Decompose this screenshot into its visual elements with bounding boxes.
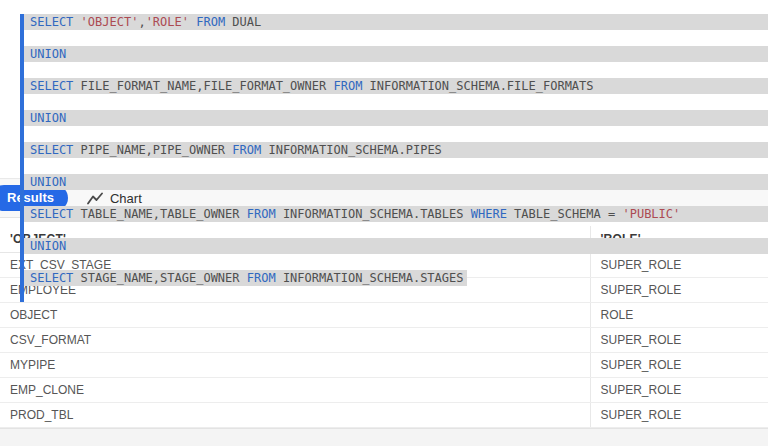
- table-row[interactable]: CSV_FORMATSUPER_ROLE: [0, 327, 768, 352]
- cell-object[interactable]: MYPIPE: [0, 352, 590, 377]
- sql-line-2: UNION: [24, 46, 768, 62]
- table-row[interactable]: PROD_TBLSUPER_ROLE: [0, 402, 768, 427]
- table-row[interactable]: MYPIPESUPER_ROLE: [0, 352, 768, 377]
- sql-line-6: UNION: [24, 174, 768, 190]
- sql-code[interactable]: SELECT 'OBJECT','ROLE' FROM DUAL UNION S…: [20, 14, 768, 302]
- cell-object[interactable]: EMP_CLONE: [0, 377, 590, 402]
- sql-line-8: UNION: [24, 238, 768, 254]
- cell-role[interactable]: SUPER_ROLE: [590, 327, 768, 352]
- sql-worksheet: SELECT 'OBJECT','ROLE' FROM DUAL UNION S…: [0, 0, 768, 446]
- cell-object[interactable]: OBJECT: [0, 302, 590, 327]
- cell-role[interactable]: SUPER_ROLE: [590, 402, 768, 427]
- sql-editor[interactable]: SELECT 'OBJECT','ROLE' FROM DUAL UNION S…: [0, 0, 768, 178]
- status-bar: [0, 428, 768, 446]
- sql-line-1: SELECT 'OBJECT','ROLE' FROM DUAL: [24, 14, 768, 30]
- table-row[interactable]: EMP_CLONESUPER_ROLE: [0, 377, 768, 402]
- sql-line-4: UNION: [24, 110, 768, 126]
- cell-object[interactable]: PROD_TBL: [0, 402, 590, 427]
- cell-role[interactable]: SUPER_ROLE: [590, 352, 768, 377]
- table-row[interactable]: OBJECTROLE: [0, 302, 768, 327]
- sql-line-7: SELECT TABLE_NAME,TABLE_OWNER FROM INFOR…: [24, 206, 768, 222]
- cell-object[interactable]: CSV_FORMAT: [0, 327, 590, 352]
- statement-accent-bar: [20, 14, 24, 302]
- cell-role[interactable]: ROLE: [590, 302, 768, 327]
- sql-line-3: SELECT FILE_FORMAT_NAME,FILE_FORMAT_OWNE…: [24, 78, 768, 94]
- sql-statement-block: SELECT 'OBJECT','ROLE' FROM DUAL UNION S…: [20, 14, 768, 302]
- sql-line-5: SELECT PIPE_NAME,PIPE_OWNER FROM INFORMA…: [24, 142, 768, 158]
- cell-role[interactable]: SUPER_ROLE: [590, 377, 768, 402]
- sql-line-9: SELECT STAGE_NAME,STAGE_OWNER FROM INFOR…: [24, 270, 467, 286]
